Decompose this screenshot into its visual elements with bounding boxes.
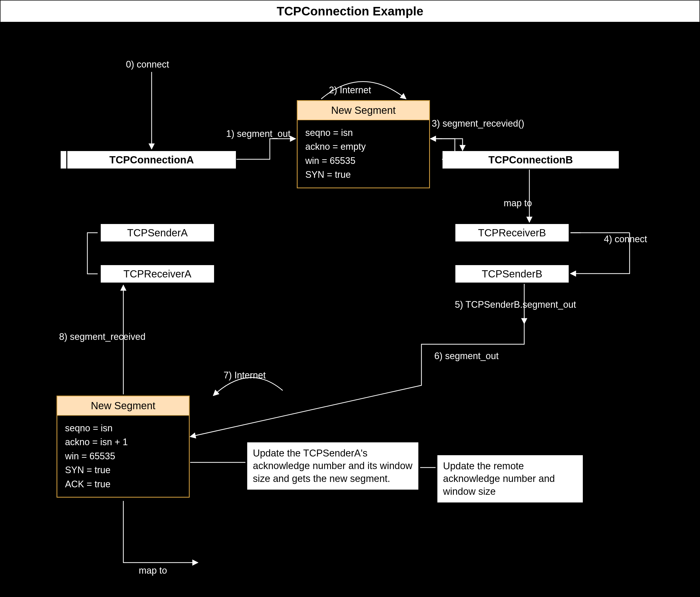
step-6-segment-out: 6) segment_out	[434, 351, 499, 361]
seg2-win: win = 65535	[65, 450, 181, 463]
seg1-seqno: seqno = isn	[305, 126, 421, 139]
segment-box-bottom: New Segment seqno = isn ackno = isn + 1 …	[56, 396, 190, 498]
diagram-title: TCPConnection Example	[0, 0, 700, 22]
step-2-internet: 2) Internet	[329, 85, 371, 96]
segment-header-2: New Segment	[57, 396, 189, 416]
note-sender-a-update: Update the TCPSenderA's acknowledge numb…	[247, 442, 419, 490]
seg2-syn: SYN = true	[65, 464, 181, 476]
tcp-receiver-b: TCPReceiverB	[455, 224, 569, 242]
step-5-sender-b-out: 5) TCPSenderB.segment_out	[455, 299, 576, 310]
step-0-connect: 0) connect	[126, 59, 169, 70]
step-4-connect: 4) connect	[604, 234, 647, 244]
seg1-win: win = 65535	[305, 154, 421, 167]
tcp-sender-b: TCPSenderB	[455, 265, 569, 283]
note-remote-update: Update the remote acknowledge number and…	[437, 455, 583, 503]
seg1-ackno: ackno = empty	[305, 140, 421, 153]
step-3-segment-received: 3) segment_recevied()	[432, 118, 524, 129]
step-1-segment-out: 1) segment_out	[226, 128, 291, 139]
conn-b-header: TCPConnectionB	[442, 151, 619, 169]
conn-a-header: TCPConnectionA	[67, 151, 236, 169]
segment-header: New Segment	[298, 101, 429, 120]
tcp-receiver-a: TCPReceiverA	[100, 265, 215, 283]
segment-box-top: New Segment seqno = isn ackno = empty wi…	[297, 100, 430, 188]
tcp-sender-a: TCPSenderA	[100, 224, 215, 242]
conn-a-tick	[60, 151, 67, 169]
step-map-to-1: map to	[504, 198, 532, 209]
step-map-to-2: map to	[139, 565, 167, 576]
step-7-internet: 7) Internet	[224, 370, 266, 381]
step-8-segment-received: 8) segment_received	[59, 331, 146, 342]
seg1-syn: SYN = true	[305, 168, 421, 181]
seg2-seqno: seqno = isn	[65, 422, 181, 435]
seg2-ackno: ackno = isn + 1	[65, 436, 181, 448]
seg2-ack: ACK = true	[65, 478, 181, 491]
